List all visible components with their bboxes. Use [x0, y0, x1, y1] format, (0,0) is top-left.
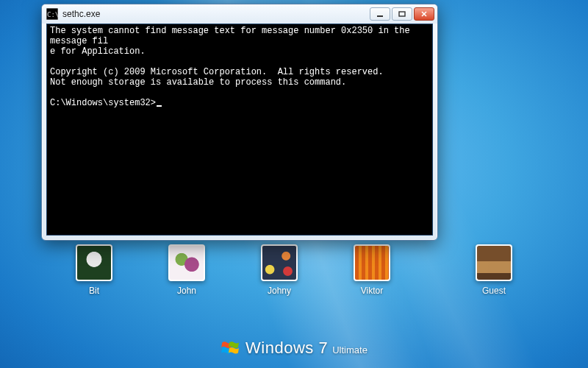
svg-rect-1: [399, 12, 405, 16]
user-name-label: Bit: [89, 286, 99, 296]
user-name-label: Guest: [482, 286, 506, 296]
brand-name: Windows 7: [245, 339, 328, 358]
maximize-button[interactable]: [392, 7, 412, 21]
user-name-label: John: [177, 286, 196, 296]
brand-edition: Ultimate: [332, 344, 368, 355]
app-icon: C:\: [46, 8, 58, 20]
user-tile-viktor[interactable]: Viktor: [350, 244, 394, 296]
login-user-list: Bit John Johny Viktor Guest: [0, 244, 588, 296]
avatar: [476, 244, 512, 281]
window-caption-buttons: [370, 7, 434, 21]
user-name-label: Viktor: [361, 286, 383, 296]
avatar: [76, 244, 112, 281]
text-cursor: [157, 105, 162, 107]
user-tile-guest[interactable]: Guest: [472, 244, 516, 296]
user-tile-bit[interactable]: Bit: [72, 244, 116, 296]
avatar: [261, 244, 298, 281]
console-output[interactable]: The system cannot find message text for …: [46, 24, 433, 236]
windows-logo-icon: [220, 339, 240, 358]
close-icon: [420, 11, 428, 17]
console-window: C:\ sethc.exe The system cannot find mes…: [41, 4, 438, 241]
maximize-icon: [398, 11, 406, 17]
minimize-icon: [376, 11, 384, 17]
avatar: [354, 244, 390, 281]
window-title: sethc.exe: [62, 9, 370, 19]
user-tile-john[interactable]: John: [165, 244, 209, 296]
minimize-button[interactable]: [370, 7, 390, 21]
user-name-label: Johny: [268, 286, 291, 296]
svg-rect-0: [377, 15, 383, 17]
title-bar[interactable]: C:\ sethc.exe: [42, 4, 437, 24]
user-tile-johny[interactable]: Johny: [257, 244, 301, 296]
avatar: [168, 244, 205, 281]
close-button[interactable]: [414, 7, 434, 21]
os-branding: Windows 7 Ultimate: [220, 339, 368, 358]
